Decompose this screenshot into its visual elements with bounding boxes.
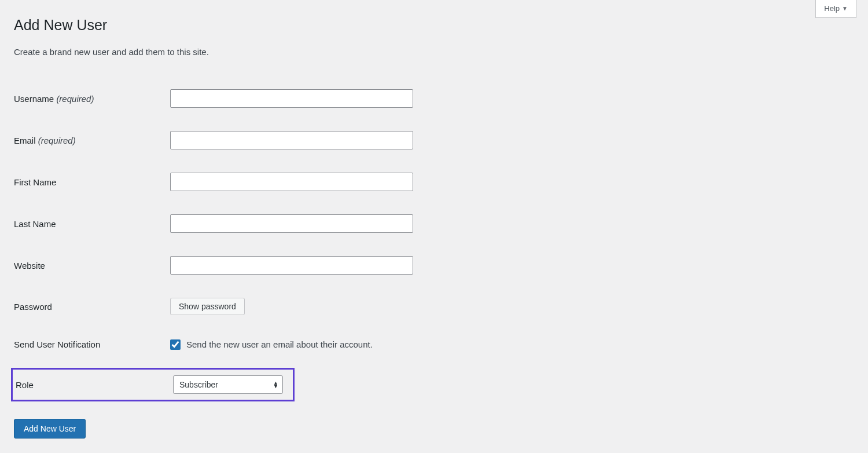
first-name-input[interactable] (170, 173, 413, 191)
role-row-highlighted: Role Subscriber ▲▼ (11, 368, 295, 401)
page-description: Create a brand new user and add them to … (14, 46, 854, 58)
role-select[interactable]: Subscriber (173, 375, 283, 394)
show-password-button[interactable]: Show password (170, 298, 245, 315)
add-new-user-button[interactable]: Add New User (14, 419, 86, 439)
email-input[interactable] (170, 131, 413, 149)
last-name-label: Last Name (14, 219, 56, 229)
username-input[interactable] (170, 89, 413, 108)
email-required: (required) (38, 136, 76, 145)
page-title: Add New User (14, 15, 854, 35)
first-name-label: First Name (14, 177, 56, 187)
username-label: Username (14, 94, 54, 104)
notification-label: Send User Notification (14, 339, 100, 349)
notification-checkbox[interactable] (170, 339, 181, 350)
help-tab[interactable]: Help ▼ (815, 0, 856, 18)
chevron-down-icon: ▼ (842, 5, 848, 13)
website-label: Website (14, 261, 45, 271)
last-name-input[interactable] (170, 214, 413, 233)
role-label: Role (16, 379, 173, 391)
email-label: Email (14, 136, 36, 145)
username-required: (required) (56, 94, 94, 104)
help-tab-label: Help (824, 3, 840, 14)
password-label: Password (14, 302, 52, 312)
website-input[interactable] (170, 256, 413, 275)
notification-text: Send the new user an email about their a… (186, 338, 373, 350)
